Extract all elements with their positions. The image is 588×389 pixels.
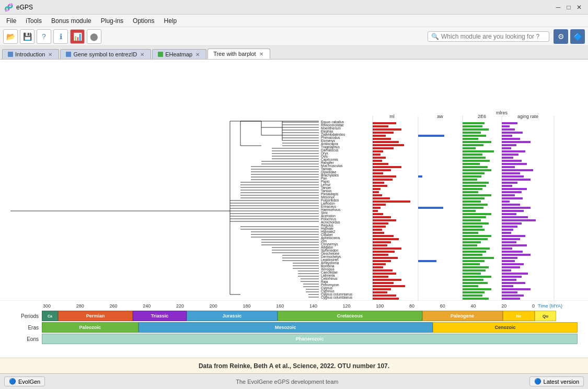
close-button[interactable]: ✕ [574, 3, 584, 12]
svg-rect-183 [373, 251, 395, 253]
svg-rect-277 [502, 175, 524, 178]
svg-rect-202 [418, 175, 422, 178]
svg-rect-272 [502, 160, 522, 162]
svg-rect-299 [502, 244, 527, 246]
svg-rect-262 [502, 128, 515, 131]
stop-button[interactable]: ⬤ [87, 29, 101, 44]
app-title: eGPS [16, 4, 33, 11]
tab-eheatmap[interactable]: EHeatmap ✕ [152, 49, 206, 59]
svg-rect-234 [463, 219, 481, 221]
version-button[interactable]: 🔵 Latest version [529, 376, 584, 386]
svg-text:aw: aw [437, 114, 443, 119]
search-box[interactable]: 🔍 [428, 31, 549, 42]
svg-text:2E6: 2E6 [478, 114, 486, 119]
svg-rect-286 [502, 204, 520, 206]
svg-rect-203 [463, 122, 485, 124]
info-button[interactable]: ℹ [53, 29, 68, 44]
3d-button[interactable]: 🔷 [570, 29, 585, 44]
eras-row: Eras Paleozoic Mesozoic Cenozoic [0, 322, 588, 333]
period-carboniferous: Ca [42, 311, 58, 321]
svg-rect-257 [463, 291, 485, 293]
svg-rect-293 [502, 226, 517, 228]
periods-label: Periods [10, 313, 42, 319]
svg-rect-161 [373, 182, 384, 184]
svg-rect-157 [373, 169, 391, 171]
tab-close-gene-symbol[interactable]: ✕ [139, 51, 145, 57]
minimize-button[interactable]: ─ [554, 3, 563, 12]
periods-row: Periods Ca Permian Triassic Jurassic Cre… [0, 310, 588, 322]
svg-rect-258 [463, 294, 482, 297]
svg-rect-164 [373, 191, 379, 193]
svg-rect-302 [502, 254, 531, 256]
svg-rect-280 [502, 185, 512, 187]
svg-rect-191 [373, 276, 388, 278]
tab-gene-symbol[interactable]: Gene symbol to entrezID ✕ [60, 49, 151, 59]
svg-rect-230 [463, 207, 483, 209]
svg-rect-282 [502, 191, 522, 193]
svg-rect-188 [373, 266, 383, 268]
svg-rect-177 [373, 232, 384, 234]
bottom-bar: 🔵 EvolGen The EvolGene eGPS development … [0, 373, 588, 389]
help-button[interactable]: ? [37, 29, 51, 44]
svg-rect-240 [463, 238, 488, 240]
svg-rect-196 [373, 291, 387, 293]
tab-introduction[interactable]: Introduction ✕ [2, 49, 59, 59]
svg-rect-305 [502, 263, 524, 265]
svg-rect-276 [502, 172, 520, 174]
svg-rect-222 [463, 182, 489, 184]
tab-close-introduction[interactable]: ✕ [47, 51, 53, 57]
svg-rect-159 [373, 175, 396, 178]
evolgen-button[interactable]: 🔵 EvolGen [4, 376, 45, 386]
menu-file[interactable]: File [2, 16, 20, 26]
search-input[interactable] [441, 33, 546, 40]
era-mesozoic: Mesozoic [139, 322, 433, 333]
settings-button[interactable]: ⚙ [554, 29, 568, 44]
svg-rect-145 [373, 132, 394, 134]
tab-close-eheatmap[interactable]: ✕ [194, 51, 201, 57]
svg-rect-219 [463, 172, 485, 174]
svg-rect-285 [502, 201, 510, 203]
svg-rect-281 [502, 188, 527, 190]
svg-rect-231 [463, 210, 476, 212]
svg-rect-279 [502, 182, 517, 184]
tab-close-tree-barplot[interactable]: ✕ [258, 51, 264, 57]
svg-rect-263 [502, 132, 523, 134]
svg-rect-195 [373, 288, 391, 290]
phylo-chart: Equus caballus Rhinocerotidae Moeritheri… [0, 60, 588, 300]
svg-rect-156 [373, 166, 401, 168]
svg-rect-292 [502, 222, 522, 225]
svg-rect-155 [373, 163, 388, 165]
menu-plugins[interactable]: Plug-ins [97, 16, 128, 26]
open-button[interactable]: 📂 [3, 29, 18, 44]
svg-rect-209 [463, 141, 491, 143]
svg-rect-179 [373, 238, 399, 240]
menu-help[interactable]: Help [159, 16, 181, 26]
svg-rect-208 [463, 138, 478, 140]
period-neogene: Ne [503, 311, 535, 321]
svg-rect-248 [463, 263, 480, 265]
svg-rect-199 [418, 135, 444, 137]
svg-rect-170 [373, 210, 378, 212]
era-cells: Paleozoic Mesozoic Cenozoic [42, 322, 578, 333]
period-jurassic: Jurassic [187, 311, 278, 321]
menu-bonus[interactable]: Bonus module [47, 16, 96, 26]
svg-rect-291 [502, 219, 536, 221]
menu-itools[interactable]: iTools [21, 16, 46, 26]
svg-rect-247 [463, 260, 485, 262]
svg-rect-218 [463, 169, 491, 171]
svg-rect-162 [373, 185, 387, 187]
period-triassic: Triassic [133, 311, 187, 321]
menu-options[interactable]: Options [129, 16, 158, 26]
tabs-bar: Introduction ✕ Gene symbol to entrezID ✕… [0, 46, 588, 60]
svg-rect-154 [373, 160, 382, 162]
status-bar: Data from Reinke, Beth A et al., Science… [0, 358, 588, 373]
svg-rect-207 [463, 135, 486, 137]
svg-rect-271 [502, 157, 513, 159]
save-button[interactable]: 💾 [20, 29, 34, 44]
maximize-button[interactable]: □ [564, 3, 573, 12]
svg-rect-270 [502, 154, 518, 156]
svg-rect-267 [502, 144, 516, 146]
chart-button[interactable]: 📊 [70, 29, 85, 44]
svg-rect-289 [502, 213, 516, 215]
tab-tree-barplot[interactable]: Tree with barplot ✕ [207, 49, 270, 59]
